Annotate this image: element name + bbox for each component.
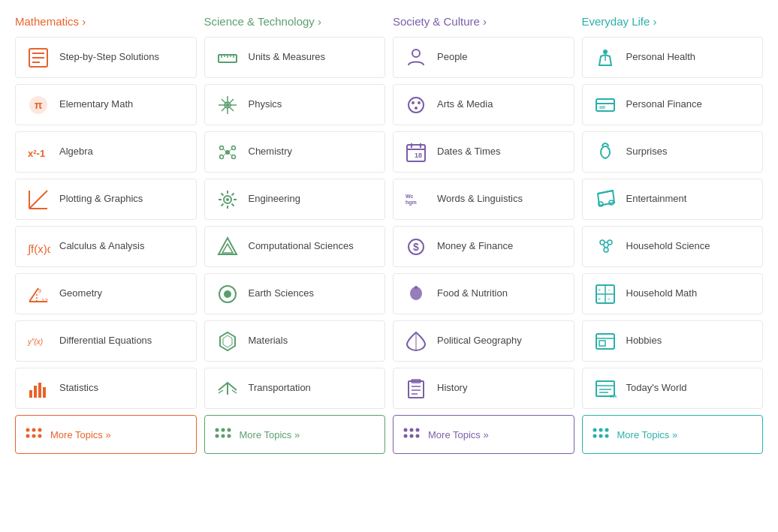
- food--nutrition-icon: [403, 281, 430, 308]
- svg-rect-91: [596, 99, 614, 111]
- column-header-science[interactable]: Science & Technology: [204, 15, 386, 28]
- list-item[interactable]: -25kToday's World: [582, 368, 764, 409]
- svg-rect-20: [43, 387, 46, 398]
- svg-line-102: [607, 245, 609, 248]
- list-item[interactable]: x²-1Algebra: [15, 131, 197, 173]
- card-label: Household Science: [626, 240, 710, 253]
- list-item[interactable]: +−×÷Household Math: [582, 273, 764, 314]
- card-label: Engineering: [249, 193, 300, 206]
- card-label: Transportation: [249, 382, 311, 395]
- column-science: Science & TechnologyUnits & MeasuresPhys…: [204, 15, 386, 454]
- list-item[interactable]: WchgmWords & Linguistics: [393, 179, 574, 220]
- svg-point-66: [415, 107, 418, 110]
- svg-marker-49: [219, 238, 237, 254]
- list-item[interactable]: Physics: [204, 84, 386, 125]
- svg-text:÷: ÷: [608, 296, 611, 302]
- list-item[interactable]: Chemistry: [204, 131, 386, 173]
- list-item[interactable]: Transportation: [204, 368, 386, 409]
- more-topics-science[interactable]: More Topics »: [204, 415, 386, 454]
- geometry-icon: 129: [25, 281, 52, 308]
- list-item[interactable]: Earth Sciences: [204, 273, 386, 314]
- card-label: Plotting & Graphics: [59, 193, 143, 206]
- card-label: Calculus & Analysis: [59, 240, 144, 253]
- list-item[interactable]: 18Dates & Times: [393, 131, 574, 173]
- svg-point-89: [603, 50, 608, 54]
- list-item[interactable]: Personal Health: [582, 37, 764, 78]
- card-label: Words & Linguistics: [437, 193, 523, 206]
- earth-sciences-icon: [214, 281, 241, 308]
- engineering-icon: [214, 186, 241, 213]
- svg-point-84: [410, 428, 414, 431]
- more-topics-math[interactable]: More Topics »: [15, 415, 197, 454]
- list-item[interactable]: Statistics: [15, 368, 197, 409]
- list-item[interactable]: Hobbies: [582, 320, 764, 362]
- list-item[interactable]: Political Geography: [393, 320, 574, 362]
- personal-finance-icon: [592, 92, 619, 119]
- list-item[interactable]: History: [393, 368, 574, 409]
- svg-rect-93: [599, 106, 605, 109]
- card-label: Household Math: [626, 287, 698, 300]
- list-item[interactable]: $Money & Finance: [393, 226, 574, 267]
- svg-line-45: [223, 153, 226, 156]
- svg-point-25: [32, 434, 36, 437]
- svg-rect-78: [409, 381, 424, 398]
- more-topics-label: More Topics »: [240, 429, 300, 440]
- list-item[interactable]: Entertainment: [582, 179, 764, 220]
- list-item[interactable]: Engineering: [204, 179, 386, 220]
- svg-point-76: [415, 286, 418, 289]
- svg-text:π: π: [35, 99, 43, 111]
- household-math-icon: +−×÷: [592, 281, 619, 308]
- svg-point-86: [404, 434, 408, 437]
- card-label: Materials: [249, 335, 288, 347]
- svg-point-58: [227, 428, 231, 431]
- card-label: Earth Sciences: [249, 287, 314, 300]
- svg-point-21: [26, 428, 30, 431]
- list-item[interactable]: People: [393, 37, 574, 78]
- more-topics-society[interactable]: More Topics »: [393, 415, 574, 454]
- list-item[interactable]: ∫f(x)dxCalculus & Analysis: [15, 226, 197, 267]
- svg-line-43: [223, 149, 226, 152]
- card-label: Entertainment: [626, 193, 687, 206]
- step-by-step-solutions-icon: [25, 44, 52, 71]
- column-header-math[interactable]: Mathematics: [15, 15, 197, 28]
- list-item[interactable]: Personal Finance: [582, 84, 764, 125]
- svg-line-44: [229, 149, 232, 152]
- plotting--graphics-icon: [25, 186, 52, 213]
- svg-line-46: [229, 153, 232, 156]
- card-label: Money & Finance: [437, 240, 513, 253]
- units--measures-icon: [214, 44, 241, 71]
- list-item[interactable]: Units & Measures: [204, 37, 386, 78]
- list-item[interactable]: Household Science: [582, 226, 764, 267]
- svg-point-39: [219, 146, 223, 149]
- card-label: Units & Measures: [249, 51, 326, 64]
- list-item[interactable]: 129Geometry: [15, 273, 197, 314]
- card-label: Chemistry: [249, 146, 293, 158]
- today's-world-icon: -25k: [592, 375, 619, 402]
- list-item[interactable]: Food & Nutrition: [393, 273, 574, 314]
- svg-point-99: [604, 248, 608, 252]
- algebra-icon: x²-1: [25, 139, 52, 166]
- column-header-everyday[interactable]: Everyday Life: [582, 15, 764, 28]
- column-header-society[interactable]: Society & Culture: [393, 15, 574, 28]
- words--linguistics-icon: Wchgm: [403, 186, 430, 213]
- svg-text:∫f(x)dx: ∫f(x)dx: [27, 242, 50, 256]
- list-item[interactable]: y″(x)Differential Equations: [15, 320, 197, 362]
- card-label: Political Geography: [437, 335, 522, 347]
- list-item[interactable]: Plotting & Graphics: [15, 179, 197, 220]
- svg-point-41: [219, 155, 223, 158]
- calculus--analysis-icon: ∫f(x)dx: [25, 233, 52, 260]
- svg-text:18: 18: [415, 152, 422, 159]
- svg-point-48: [226, 198, 229, 201]
- column-society: Society & CulturePeopleArts & Media18Dat…: [393, 15, 574, 454]
- list-item[interactable]: Computational Sciences: [204, 226, 386, 267]
- list-item[interactable]: Materials: [204, 320, 386, 362]
- list-item[interactable]: πElementary Math: [15, 84, 197, 125]
- list-item[interactable]: Surprises: [582, 131, 764, 173]
- svg-marker-54: [223, 335, 232, 347]
- svg-line-94: [598, 191, 613, 194]
- list-item[interactable]: Arts & Media: [393, 84, 574, 125]
- more-topics-everyday[interactable]: More Topics »: [582, 415, 764, 454]
- svg-rect-112: [599, 341, 605, 346]
- svg-text:−: −: [608, 287, 611, 293]
- list-item[interactable]: Step-by-Step Solutions: [15, 37, 197, 78]
